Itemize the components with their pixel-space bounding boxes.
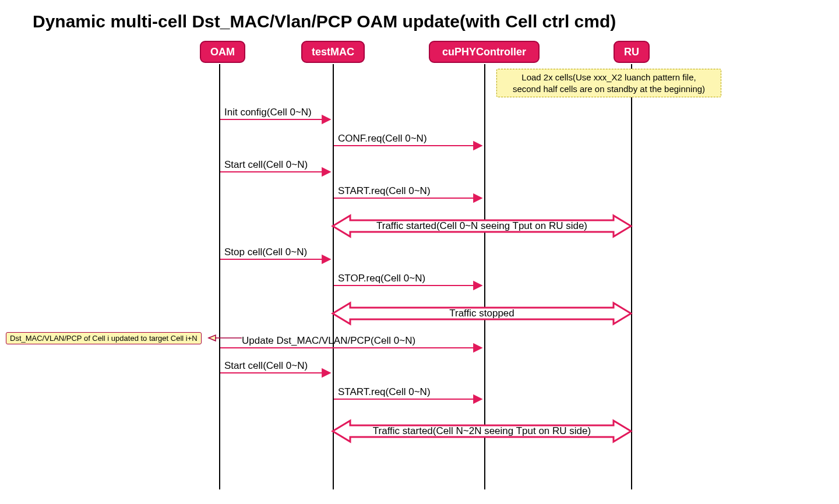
label-start-cell-2: Start cell(Cell 0~N): [224, 360, 308, 372]
label-traffic-stopped: Traffic stopped: [449, 308, 514, 319]
participant-oam: OAM: [200, 41, 245, 63]
label-start-cell-1: Start cell(Cell 0~N): [224, 159, 308, 171]
note-ru-load: Load 2x cells(Use xxx_X2 luanch pattern …: [496, 69, 721, 97]
participant-ru: RU: [614, 41, 650, 63]
lifeline-testmac: [333, 64, 334, 489]
participant-cuphy: cuPHYController: [429, 41, 540, 63]
label-update-dstmac: Update Dst_MAC/VLAN/PCP(Cell 0~N): [242, 335, 415, 347]
lifeline-oam: [219, 64, 220, 489]
sequence-diagram: Dynamic multi-cell Dst_MAC/Vlan/PCP OAM …: [0, 0, 839, 504]
callout-pointer-tip: [209, 335, 216, 341]
label-init-config: Init config(Cell 0~N): [224, 107, 312, 118]
label-start-req-1: START.req(Cell 0~N): [338, 185, 431, 197]
label-conf-req: CONF.req(Cell 0~N): [338, 133, 427, 144]
label-traffic-started-1: Traffic started(Cell 0~N seeing Tput on …: [376, 220, 587, 232]
label-stop-cell: Stop cell(Cell 0~N): [224, 246, 307, 258]
participant-testmac: testMAC: [301, 41, 365, 63]
lifeline-ru: [631, 64, 632, 489]
page-title: Dynamic multi-cell Dst_MAC/Vlan/PCP OAM …: [33, 12, 616, 31]
note-line-2: second half cells are on standby at the …: [503, 83, 715, 95]
callout-update: Dst_MAC/VLAN/PCP of Cell i updated to ta…: [6, 332, 202, 344]
label-start-req-2: START.req(Cell 0~N): [338, 386, 431, 398]
label-stop-req: STOP.req(Cell 0~N): [338, 273, 425, 284]
label-traffic-started-2: Traffic started(Cell N~2N seeing Tput on…: [373, 425, 591, 437]
note-line-1: Load 2x cells(Use xxx_X2 luanch pattern …: [503, 72, 715, 83]
